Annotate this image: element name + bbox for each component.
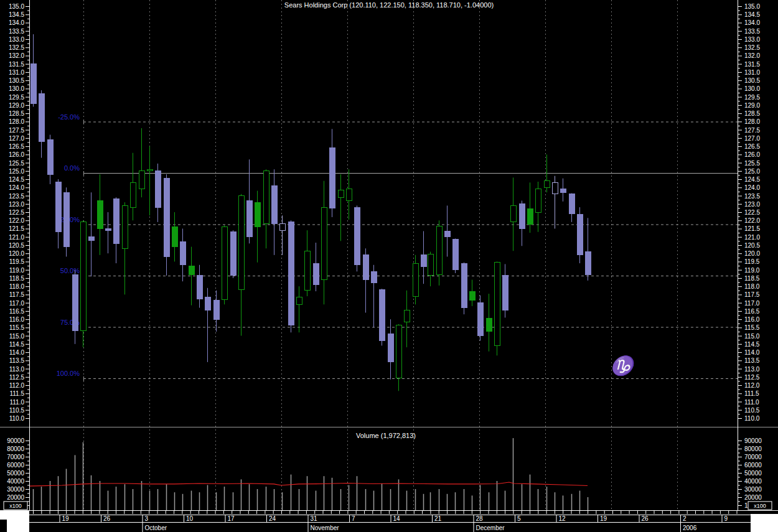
week-label: 19 — [62, 515, 70, 522]
week-label: 2 — [683, 515, 687, 522]
price-label-right: 116.0 — [744, 316, 760, 323]
week-label: 24 — [269, 515, 276, 522]
price-label-right: 120.5 — [744, 242, 760, 249]
volume-label-left: 60000 — [7, 462, 24, 469]
price-label-right: 132.0 — [744, 52, 760, 59]
week-label: 26 — [642, 515, 649, 522]
price-label-right: 118.0 — [744, 283, 760, 290]
price-label-left: 120.0 — [9, 250, 24, 257]
month-label: October — [145, 525, 167, 531]
price-label-right: 129.0 — [744, 102, 760, 109]
price-label-right: 120.0 — [744, 250, 760, 257]
price-label-left: 122.5 — [9, 209, 24, 216]
price-label-right: 117.0 — [744, 300, 760, 307]
volume-label-left: 20000 — [7, 494, 24, 501]
price-label-left: 128.5 — [9, 110, 24, 117]
plot-area[interactable] — [29, 0, 738, 510]
price-label-right: 119.0 — [744, 267, 760, 274]
week-label: 28 — [476, 515, 484, 522]
price-label-left: 118.0 — [9, 283, 25, 290]
price-label-left: 128.0 — [9, 118, 24, 125]
price-label-left: 111.5 — [9, 390, 24, 397]
price-label-right: 118.5 — [744, 275, 760, 282]
price-label-right: 125.0 — [744, 168, 760, 175]
price-label-right: 128.0 — [744, 118, 760, 125]
price-label-right: 133.0 — [744, 36, 760, 43]
week-label: 21 — [434, 515, 442, 522]
price-label-left: 121.0 — [9, 234, 24, 241]
price-label-left: 115.5 — [9, 324, 25, 331]
price-label-left: 119.0 — [9, 267, 25, 274]
week-label: 19 — [600, 515, 607, 522]
price-label-right: 113.0 — [744, 366, 760, 373]
price-label-right: 130.0 — [744, 85, 760, 92]
volume-label-left: 80000 — [7, 446, 24, 452]
price-label-right: 128.5 — [744, 110, 760, 117]
price-label-left: 112.5 — [9, 374, 25, 381]
price-label-left: 121.5 — [9, 225, 24, 232]
price-label-left: 124.0 — [9, 184, 24, 191]
week-label: 7 — [352, 515, 355, 522]
price-label-left: 113.5 — [9, 357, 25, 364]
x100-scale-right: x100 — [748, 502, 772, 510]
price-label-left: 114.5 — [9, 341, 25, 348]
price-label-left: 131.5 — [9, 61, 24, 68]
price-label-left: 111.0 — [9, 399, 24, 406]
price-label-right: 134.0 — [744, 19, 760, 26]
price-label-left: 119.5 — [9, 258, 25, 265]
price-label-right: 111.5 — [744, 390, 759, 397]
price-label-left: 112.0 — [9, 382, 25, 389]
price-label-right: 111.0 — [744, 399, 759, 406]
volume-label-right: 60000 — [744, 462, 762, 469]
week-label: 5 — [517, 515, 521, 522]
price-label-left: 110.5 — [9, 407, 25, 414]
week-label: 12 — [559, 515, 566, 522]
price-label-right: 125.5 — [744, 160, 760, 167]
price-label-left: 126.5 — [9, 143, 24, 150]
price-label-left: 132.5 — [9, 44, 24, 51]
price-label-left: 133.0 — [9, 36, 24, 43]
price-label-right: 114.5 — [744, 341, 760, 348]
price-label-right: 124.5 — [744, 176, 760, 183]
week-label: 17 — [228, 515, 235, 522]
price-label-right: 134.5 — [744, 11, 760, 18]
price-label-right: 124.0 — [744, 184, 760, 191]
volume-label-left: 70000 — [7, 454, 24, 460]
week-label: 10 — [186, 515, 194, 522]
price-label-left: 127.0 — [9, 135, 24, 142]
volume-label-right: 70000 — [744, 454, 762, 460]
price-label-right: 116.5 — [744, 308, 760, 315]
volume-label-left: 30000 — [7, 486, 24, 493]
price-label-right: 110.0 — [744, 415, 760, 422]
price-label-right: 133.5 — [744, 28, 760, 35]
price-label-right: 123.0 — [744, 201, 760, 208]
price-label-right: 135.0 — [744, 3, 760, 10]
price-label-left: 115.0 — [9, 333, 25, 340]
corner-left-notch — [0, 520, 7, 532]
volume-label-right: 30000 — [744, 486, 762, 493]
price-label-right: 112.0 — [744, 382, 760, 389]
price-label-right: 131.5 — [744, 61, 760, 68]
price-label-right: 115.5 — [744, 324, 760, 331]
month-label: November — [311, 525, 340, 531]
price-label-right: 127.5 — [744, 127, 760, 134]
price-label-left: 133.5 — [9, 28, 24, 35]
price-label-left: 134.5 — [9, 11, 24, 18]
price-label-right: 121.0 — [744, 234, 760, 241]
price-label-right: 110.5 — [744, 407, 760, 414]
price-label-left: 127.5 — [9, 127, 24, 134]
price-label-left: 131.0 — [9, 69, 24, 76]
price-label-left: 123.0 — [9, 201, 24, 208]
price-label-left: 110.0 — [9, 415, 25, 422]
week-label: 3 — [145, 515, 149, 522]
volume-label-left: 50000 — [7, 470, 24, 477]
price-label-right: 113.5 — [744, 357, 760, 364]
volume-label-right: 90000 — [744, 437, 762, 444]
price-label-right: 126.5 — [744, 143, 760, 150]
price-label-right: 114.0 — [744, 349, 760, 356]
volume-label-right: 80000 — [744, 446, 762, 452]
price-label-right: 115.0 — [744, 333, 760, 340]
price-label-left: 116.0 — [9, 316, 25, 323]
month-label: 2006 — [683, 525, 697, 531]
volume-label-right: 20000 — [744, 494, 762, 501]
